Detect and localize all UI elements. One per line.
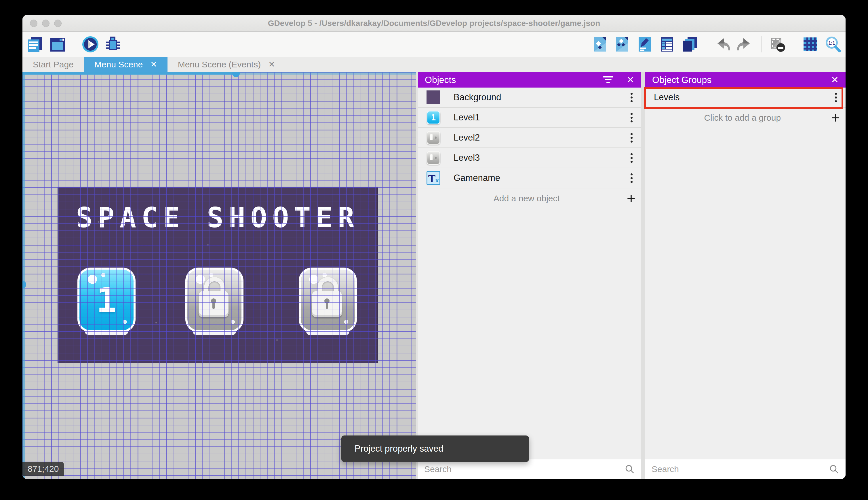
- traffic-lights: [30, 15, 62, 31]
- maximize-window-button[interactable]: [54, 20, 62, 27]
- zoom-original-button[interactable]: 1:1: [824, 36, 842, 53]
- tab-menu-scene[interactable]: Menu Scene ✕: [84, 57, 167, 72]
- close-window-button[interactable]: [30, 20, 37, 27]
- level2-button-instance[interactable]: [185, 268, 244, 332]
- level1-button-instance[interactable]: 1: [78, 268, 136, 332]
- background-thumbnail: [426, 90, 440, 104]
- open-objects-editor-button[interactable]: [591, 36, 608, 53]
- gdevelop-window: GDevelop 5 - /Users/dkarakay/Documents/G…: [22, 15, 846, 479]
- redo-button[interactable]: [736, 36, 753, 53]
- toolbar-left-group: [26, 32, 121, 57]
- tab-close-icon[interactable]: ✕: [150, 60, 157, 69]
- objects-editor-icon: [591, 36, 608, 53]
- object-menu-icon[interactable]: [628, 151, 635, 164]
- toolbar-divider: [794, 36, 794, 53]
- close-icon[interactable]: ✕: [831, 75, 838, 84]
- level3-thumbnail: [426, 151, 440, 165]
- toolbar-right-group: 1:1: [591, 32, 842, 57]
- toolbar-divider: [74, 36, 74, 53]
- render-mask-icon: [769, 36, 786, 53]
- title-bar: GDevelop 5 - /Users/dkarakay/Documents/G…: [22, 15, 846, 32]
- add-object-row[interactable]: Add a new object +: [418, 189, 641, 208]
- level1-thumbnail: 1: [426, 111, 440, 124]
- open-layers-editor-button[interactable]: [681, 36, 698, 53]
- object-label: Level2: [454, 133, 628, 143]
- tab-menu-scene-events[interactable]: Menu Scene (Events) ✕: [167, 57, 285, 72]
- close-icon[interactable]: ✕: [626, 75, 634, 84]
- minimize-window-button[interactable]: [42, 20, 49, 27]
- debugger-button[interactable]: [104, 36, 121, 53]
- level3-button-instance[interactable]: [299, 268, 357, 332]
- groups-search-row: [645, 459, 846, 479]
- launch-preview-button[interactable]: [82, 36, 99, 53]
- open-object-groups-editor-button[interactable]: [613, 36, 631, 53]
- preview-window-icon: [49, 36, 66, 53]
- gamename-thumbnail: Tx: [426, 171, 440, 185]
- groups-search-input[interactable]: [652, 464, 829, 474]
- groups-panel-header: Object Groups ✕: [645, 72, 846, 88]
- object-groups-editor-icon: [614, 36, 631, 53]
- tab-label: Start Page: [33, 60, 74, 69]
- filter-icon[interactable]: [603, 76, 613, 83]
- plus-icon[interactable]: +: [627, 191, 635, 206]
- toggle-grid-button[interactable]: [802, 36, 819, 53]
- open-properties-button[interactable]: [636, 36, 653, 53]
- lock-icon: [199, 277, 230, 317]
- group-row-levels[interactable]: Levels: [645, 88, 846, 108]
- open-instances-list-button[interactable]: [658, 36, 676, 53]
- object-row-gamename[interactable]: Tx Gamename: [418, 168, 641, 189]
- object-row-level2[interactable]: Level2: [418, 128, 641, 148]
- toast-message: Project properly saved: [354, 444, 443, 454]
- selection-edge-left: [22, 72, 25, 479]
- object-menu-icon[interactable]: [628, 91, 635, 104]
- undo-button[interactable]: [714, 36, 731, 53]
- objects-search-input[interactable]: [424, 464, 624, 474]
- level2-thumbnail: [426, 131, 440, 145]
- objects-panel: Objects ✕ Background 1 Level1: [418, 72, 641, 479]
- save-toast: Project properly saved: [341, 435, 529, 462]
- scene-editor-canvas[interactable]: SPACE SHOOTER 1: [22, 72, 416, 479]
- window-title: GDevelop 5 - /Users/dkarakay/Documents/G…: [22, 19, 846, 28]
- object-label: Level1: [454, 112, 628, 123]
- open-preview-window-button[interactable]: [49, 36, 66, 53]
- tab-close-icon[interactable]: ✕: [268, 60, 275, 69]
- toolbar-divider: [706, 36, 706, 53]
- undo-icon: [714, 36, 731, 53]
- star-decoration: [207, 244, 209, 246]
- group-menu-icon[interactable]: [832, 91, 840, 104]
- tab-start-page[interactable]: Start Page: [22, 57, 84, 72]
- lock-icon: [312, 277, 344, 317]
- objects-panel-title: Objects: [425, 75, 603, 85]
- object-groups-panel: Object Groups ✕ Levels Click to add a gr…: [645, 72, 846, 479]
- layers-icon: [681, 36, 698, 53]
- group-label: Levels: [654, 92, 832, 103]
- object-row-level3[interactable]: Level3: [418, 148, 641, 168]
- selection-handle-top[interactable]: [232, 72, 240, 77]
- object-label: Background: [454, 92, 628, 103]
- add-group-row[interactable]: Click to add a group +: [645, 108, 846, 128]
- tab-bar: Start Page Menu Scene ✕ Menu Scene (Even…: [22, 57, 846, 72]
- object-menu-icon[interactable]: [628, 111, 635, 124]
- object-menu-icon[interactable]: [628, 172, 635, 185]
- object-row-level1[interactable]: 1 Level1: [418, 108, 641, 128]
- toolbar: 1:1: [22, 32, 846, 57]
- groups-panel-title: Object Groups: [652, 75, 831, 85]
- selection-handle-left[interactable]: [22, 281, 26, 288]
- search-icon: [829, 464, 839, 474]
- object-menu-icon[interactable]: [628, 131, 635, 144]
- svg-text:1:1: 1:1: [828, 41, 835, 46]
- plus-icon[interactable]: +: [831, 110, 840, 125]
- grid-icon: [802, 36, 819, 53]
- background-instance[interactable]: SPACE SHOOTER 1: [58, 186, 378, 363]
- play-icon: [82, 36, 99, 53]
- project-manager-button[interactable]: [26, 36, 44, 53]
- search-icon: [624, 464, 635, 474]
- object-label: Level3: [454, 153, 628, 163]
- toggle-window-mask-button[interactable]: [769, 36, 786, 53]
- object-row-background[interactable]: Background: [418, 88, 641, 108]
- debug-icon: [105, 36, 121, 53]
- selection-edge-top-faded: [236, 72, 416, 75]
- gamename-instance[interactable]: SPACE SHOOTER: [58, 202, 378, 234]
- add-group-label: Click to add a group: [654, 113, 831, 123]
- object-label: Gamename: [454, 173, 628, 183]
